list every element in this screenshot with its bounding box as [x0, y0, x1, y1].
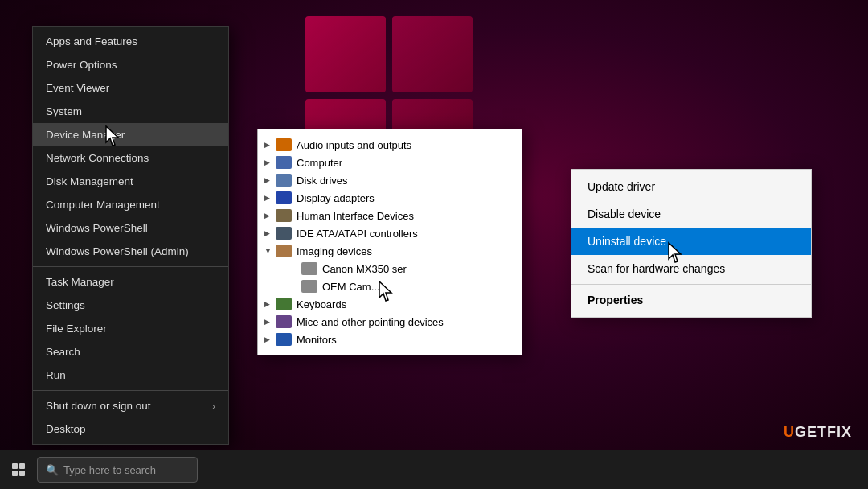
winx-item-file-explorer[interactable]: File Explorer — [33, 317, 228, 340]
devmgr-icon-6 — [276, 244, 292, 257]
watermark-rest: GETFIX — [795, 424, 852, 440]
devmgr-label-5: IDE ATA/ATAPI controllers — [297, 228, 418, 240]
devmgr-label-7: Canon MX350 ser — [322, 263, 407, 275]
devmgr-label-9: Keyboards — [297, 298, 346, 310]
winx-item-apps-features[interactable]: Apps and Features — [33, 30, 228, 53]
devmgr-tri-4: ▶ — [264, 212, 276, 220]
winx-item-run[interactable]: Run — [33, 364, 228, 387]
winx-context-menu: Apps and FeaturesPower OptionsEvent View… — [32, 26, 229, 445]
ctx-item-update-driver[interactable]: Update driver — [571, 173, 811, 200]
devmgr-icon-3 — [276, 191, 292, 204]
start-icon — [12, 463, 25, 476]
device-context-menu: Update driverDisable deviceUninstall dev… — [571, 169, 812, 318]
winx-item-label-search: Search — [46, 346, 80, 358]
devmgr-label-8: OEM Cam... — [322, 281, 380, 293]
winx-item-computer-management[interactable]: Computer Management — [33, 193, 228, 216]
winx-item-event-viewer[interactable]: Event Viewer — [33, 76, 228, 100]
devmgr-icon-5 — [276, 227, 292, 240]
watermark: UGETFIX — [784, 424, 852, 441]
winx-item-task-manager[interactable]: Task Manager — [33, 270, 228, 294]
winx-separator — [33, 266, 228, 267]
winx-item-settings[interactable]: Settings — [33, 294, 228, 317]
devmgr-item-2[interactable]: ▶Disk drives — [258, 171, 522, 189]
winx-item-label-event-viewer: Event Viewer — [46, 82, 109, 94]
watermark-u: U — [784, 424, 795, 440]
winx-item-arrow: › — [212, 401, 215, 411]
search-placeholder: Type here to search — [63, 464, 156, 476]
winx-item-label-desktop: Desktop — [46, 423, 86, 435]
taskbar-search[interactable]: 🔍 Type here to search — [37, 457, 198, 483]
winx-item-label-windows-powershell-admin: Windows PowerShell (Admin) — [46, 245, 189, 257]
winx-item-label-power-options: Power Options — [46, 59, 117, 71]
devmgr-item-0[interactable]: ▶Audio inputs and outputs — [258, 136, 522, 154]
winx-item-search[interactable]: Search — [33, 340, 228, 364]
devmgr-tri-2: ▶ — [264, 176, 276, 184]
winx-item-device-manager[interactable]: Device Manager — [33, 123, 228, 146]
devmgr-label-11: Monitors — [297, 334, 337, 346]
taskbar: 🔍 Type here to search — [0, 450, 868, 489]
ctx-item-properties[interactable]: Properties — [571, 286, 811, 314]
devmgr-label-3: Display adapters — [297, 192, 375, 204]
winx-item-label-network-connections: Network Connections — [46, 152, 149, 164]
devmgr-label-6: Imaging devices — [297, 245, 372, 257]
winx-item-label-file-explorer: File Explorer — [46, 323, 107, 335]
devmgr-icon-7 — [301, 262, 317, 275]
devmgr-label-0: Audio inputs and outputs — [297, 139, 411, 151]
win-logo-sq2 — [392, 16, 473, 92]
devmgr-icon-4 — [276, 209, 292, 222]
devmgr-icon-10 — [276, 315, 292, 328]
devmgr-icon-9 — [276, 298, 292, 310]
devmgr-item-9[interactable]: ▶Keyboards — [258, 295, 522, 313]
devmgr-item-3[interactable]: ▶Display adapters — [258, 189, 522, 207]
winx-item-windows-powershell[interactable]: Windows PowerShell — [33, 216, 228, 240]
winx-item-disk-management[interactable]: Disk Management — [33, 170, 228, 193]
winx-item-label-computer-management: Computer Management — [46, 199, 160, 211]
winx-item-power-options[interactable]: Power Options — [33, 53, 228, 76]
devmgr-icon-8 — [301, 280, 317, 293]
ctx-item-scan-changes[interactable]: Scan for hardware changes — [571, 255, 811, 282]
winx-item-desktop[interactable]: Desktop — [33, 417, 228, 441]
winx-separator — [33, 390, 228, 391]
ctx-separator-3 — [571, 284, 811, 285]
devmgr-tri-9: ▶ — [264, 300, 276, 308]
winx-item-label-device-manager: Device Manager — [46, 129, 125, 141]
search-icon: 🔍 — [46, 464, 59, 476]
winx-item-windows-powershell-admin[interactable]: Windows PowerShell (Admin) — [33, 240, 228, 263]
devmgr-item-11[interactable]: ▶Monitors — [258, 331, 522, 348]
devmgr-tri-0: ▶ — [264, 141, 276, 149]
winx-item-system[interactable]: System — [33, 100, 228, 123]
devmgr-tri-5: ▶ — [264, 229, 276, 237]
devmgr-icon-2 — [276, 174, 292, 187]
device-manager-panel: ▶Audio inputs and outputs▶Computer▶Disk … — [257, 129, 522, 355]
devmgr-tri-6: ▼ — [264, 247, 276, 255]
winx-item-label-disk-management: Disk Management — [46, 175, 133, 187]
devmgr-icon-1 — [276, 156, 292, 169]
winx-item-label-system: System — [46, 105, 82, 117]
devmgr-item-4[interactable]: ▶Human Interface Devices — [258, 207, 522, 224]
devmgr-item-8[interactable]: OEM Cam... — [258, 277, 522, 295]
win-logo-sq1 — [305, 16, 386, 92]
devmgr-label-2: Disk drives — [297, 175, 348, 187]
winx-item-shut-down[interactable]: Shut down or sign out› — [33, 394, 228, 417]
devmgr-item-1[interactable]: ▶Computer — [258, 154, 522, 171]
devmgr-tri-3: ▶ — [264, 194, 276, 202]
winx-item-label-apps-features: Apps and Features — [46, 35, 137, 47]
ctx-item-disable-device[interactable]: Disable device — [571, 200, 811, 228]
devmgr-icon-11 — [276, 333, 292, 346]
winx-item-label-task-manager: Task Manager — [46, 276, 114, 288]
devmgr-label-4: Human Interface Devices — [297, 210, 414, 222]
devmgr-item-5[interactable]: ▶IDE ATA/ATAPI controllers — [258, 224, 522, 242]
winx-item-label-settings: Settings — [46, 299, 85, 311]
ctx-item-uninstall-device[interactable]: Uninstall device — [571, 228, 811, 255]
devmgr-item-6[interactable]: ▼Imaging devices — [258, 242, 522, 260]
winx-item-label-run: Run — [46, 369, 66, 381]
devmgr-tri-10: ▶ — [264, 318, 276, 326]
winx-item-label-windows-powershell: Windows PowerShell — [46, 222, 148, 234]
devmgr-item-10[interactable]: ▶Mice and other pointing devices — [258, 313, 522, 331]
devmgr-item-7[interactable]: Canon MX350 ser — [258, 260, 522, 277]
devmgr-icon-0 — [276, 138, 292, 151]
devmgr-label-1: Computer — [297, 157, 342, 169]
winx-item-network-connections[interactable]: Network Connections — [33, 146, 228, 170]
start-button[interactable] — [3, 454, 34, 485]
devmgr-label-10: Mice and other pointing devices — [297, 316, 444, 328]
